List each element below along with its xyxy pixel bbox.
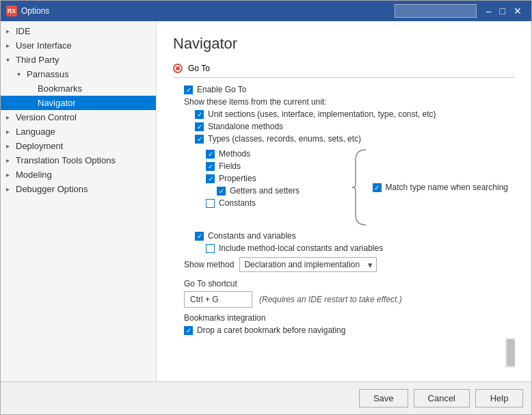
sidebar-item-label: Translation Tools Options xyxy=(16,155,150,165)
sidebar-item-label: Language xyxy=(16,126,150,137)
brace-items: Methods Fields Propertie xyxy=(173,146,345,228)
arrow-icon: ▸ xyxy=(6,27,16,35)
save-button[interactable]: Save xyxy=(359,389,408,407)
methods-checkbox[interactable] xyxy=(206,150,215,159)
goto-shortcut-section: Go To shortcut (Requires an IDE restart … xyxy=(173,279,515,308)
include-method-local-checkbox[interactable] xyxy=(206,244,215,253)
cancel-button[interactable]: Cancel xyxy=(414,389,470,407)
arrow-icon: ▸ xyxy=(6,113,16,121)
show-method-row: Show method Declaration and implementati… xyxy=(173,257,515,272)
getters-setters-checkbox[interactable] xyxy=(217,187,226,196)
types-checkbox[interactable] xyxy=(195,135,204,144)
enable-goto-row: Enable Go To xyxy=(173,85,515,94)
arrow-icon: ▾ xyxy=(6,56,16,64)
match-type-name-checkbox[interactable] xyxy=(373,183,382,192)
goto-section-header: Go To xyxy=(173,64,515,78)
show-method-select-wrapper: Declaration and implementation Declarati… xyxy=(239,257,377,272)
arrow-icon: ▸ xyxy=(6,185,16,193)
sidebar-item-bookmarks[interactable]: Bookmarks xyxy=(1,81,156,96)
sidebar-item-language[interactable]: ▸ Language xyxy=(1,124,156,139)
constants-checkbox[interactable] xyxy=(206,199,215,208)
standalone-methods-row: Standalone methods xyxy=(173,122,515,131)
fields-checkbox[interactable] xyxy=(206,162,215,171)
enable-goto-label: Enable Go To xyxy=(197,85,247,94)
arrow-icon: ▾ xyxy=(17,70,27,78)
shortcut-input[interactable] xyxy=(184,291,252,308)
include-method-local-label: Include method-local constants and varia… xyxy=(219,243,383,253)
sidebar-item-debugger-options[interactable]: ▸ Debugger Options xyxy=(1,182,156,196)
drop-caret-row: Drop a caret bookmark before navigating xyxy=(184,325,515,335)
methods-row: Methods xyxy=(173,149,345,159)
maximize-button[interactable]: □ xyxy=(496,1,509,21)
getters-setters-row: Getters and setters xyxy=(173,186,345,196)
sidebar-item-modeling[interactable]: ▸ Modeling xyxy=(1,168,156,182)
sidebar-item-label: Parnassus xyxy=(27,69,150,79)
getters-setters-label: Getters and setters xyxy=(230,186,300,196)
minimize-button[interactable]: – xyxy=(482,1,496,21)
properties-label: Properties xyxy=(219,174,256,183)
main-panel: Navigator Go To Enable Go To Show these … xyxy=(157,21,531,381)
shortcut-row: (Requires an IDE restart to take effect.… xyxy=(184,291,515,308)
window-title: Options xyxy=(21,6,395,16)
help-button[interactable]: Help xyxy=(475,389,523,407)
sidebar-item-label: Third Party xyxy=(16,55,150,65)
show-method-select[interactable]: Declaration and implementation Declarati… xyxy=(239,257,377,272)
drop-caret-checkbox[interactable] xyxy=(184,326,193,335)
sidebar-item-version-control[interactable]: ▸ Version Control xyxy=(1,110,156,124)
properties-checkbox[interactable] xyxy=(206,174,215,183)
include-method-local-row: Include method-local constants and varia… xyxy=(173,243,515,253)
sidebar-item-deployment[interactable]: ▸ Deployment xyxy=(1,139,156,153)
sidebar-item-third-party[interactable]: ▾ Third Party xyxy=(1,53,156,67)
main-content: ▸ IDE ▸ User Interface ▾ Third Party ▾ P… xyxy=(1,21,531,381)
enable-goto-checkbox[interactable] xyxy=(184,85,193,94)
constants-label: Constants xyxy=(219,198,256,208)
goto-shortcut-heading: Go To shortcut xyxy=(184,279,515,289)
page-title: Navigator xyxy=(173,35,515,53)
arrow-icon: ▸ xyxy=(6,171,16,178)
show-items-label: Show these items from the current unit: xyxy=(184,97,327,107)
constants-variables-row: Constants and variables xyxy=(173,231,515,241)
arrow-icon: ▸ xyxy=(6,128,16,135)
types-row: Types (classes, records, enums, sets, et… xyxy=(173,134,515,144)
sidebar-item-label: Modeling xyxy=(16,170,150,180)
sidebar-item-label: User Interface xyxy=(16,40,150,51)
bookmarks-integration-label: Bookmarks integration xyxy=(184,313,515,323)
close-button[interactable]: ✕ xyxy=(509,1,526,21)
unit-sections-label: Unit sections (uses, interface, implemen… xyxy=(208,109,436,119)
sidebar: ▸ IDE ▸ User Interface ▾ Third Party ▾ P… xyxy=(1,21,157,381)
scrollbar[interactable] xyxy=(505,338,515,368)
types-label: Types (classes, records, enums, sets, et… xyxy=(208,134,361,144)
goto-section-title: Go To xyxy=(188,64,210,73)
bookmarks-integration-section: Bookmarks integration Drop a caret bookm… xyxy=(173,313,515,335)
shortcut-note: (Requires an IDE restart to take effect.… xyxy=(259,295,402,304)
arrow-icon: ▸ xyxy=(6,157,16,164)
fields-label: Fields xyxy=(219,161,241,171)
standalone-methods-checkbox[interactable] xyxy=(195,122,204,131)
sidebar-item-label: Navigator xyxy=(38,98,150,108)
methods-label: Methods xyxy=(219,149,250,159)
options-window: RX Options – □ ✕ ▸ IDE ▸ User Interface … xyxy=(0,0,532,415)
sidebar-item-user-interface[interactable]: ▸ User Interface xyxy=(1,38,156,53)
titlebar-search-input[interactable] xyxy=(395,4,477,18)
app-icon: RX xyxy=(6,5,17,16)
sidebar-item-label: IDE xyxy=(16,26,150,36)
properties-row: Properties xyxy=(173,174,345,183)
goto-radio[interactable] xyxy=(173,64,183,73)
arrow-icon: ▸ xyxy=(6,142,16,150)
scrollbar-thumb[interactable] xyxy=(507,339,515,366)
unit-sections-checkbox[interactable] xyxy=(195,110,204,119)
sidebar-item-navigator[interactable]: Navigator xyxy=(1,96,156,110)
fields-row: Fields xyxy=(173,161,345,171)
constants-variables-label: Constants and variables xyxy=(208,231,296,241)
match-type-name-label: Match type name when searching xyxy=(386,183,508,192)
arrow-icon: ▸ xyxy=(6,42,16,49)
sidebar-item-ide[interactable]: ▸ IDE xyxy=(1,24,156,38)
brace-match-area: Match type name when searching xyxy=(352,146,515,228)
sidebar-item-parnassus[interactable]: ▾ Parnassus xyxy=(1,67,156,81)
titlebar: RX Options – □ ✕ xyxy=(1,1,531,21)
arrow-icon xyxy=(28,99,38,107)
constants-variables-checkbox[interactable] xyxy=(195,232,204,241)
sidebar-item-translation-tools[interactable]: ▸ Translation Tools Options xyxy=(1,153,156,168)
show-items-label-row: Show these items from the current unit: xyxy=(173,97,515,107)
sidebar-item-label: Version Control xyxy=(16,112,150,122)
